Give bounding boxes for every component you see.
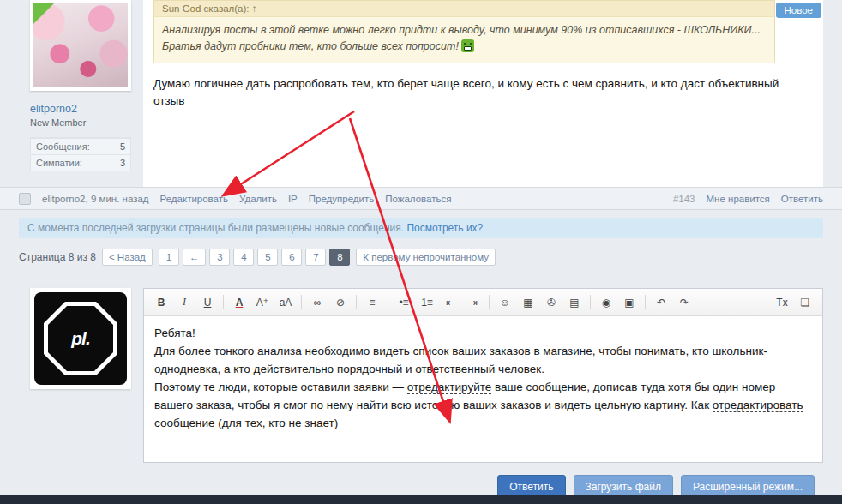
page-indicator: Страница 8 из 8 xyxy=(19,251,96,263)
page-4[interactable]: 4 xyxy=(233,249,254,266)
forum-thread-page: elitporno2 New Member Сообщения: 5 Симпа… xyxy=(0,0,842,504)
edit-link[interactable]: Редактировать xyxy=(160,194,228,204)
post-user-column: elitporno2 New Member Сообщения: 5 Симпа… xyxy=(30,0,143,187)
toolbar-button xyxy=(590,295,591,309)
stat-value[interactable]: 5 xyxy=(120,141,125,152)
username-link[interactable]: elitporno2 xyxy=(30,103,143,115)
like-link[interactable]: Мне нравится xyxy=(707,194,770,204)
font-family-icon[interactable]: aA xyxy=(275,293,296,311)
bbcode-toggle-icon[interactable]: ❏ xyxy=(795,293,815,311)
media-icon[interactable]: ✇ xyxy=(541,293,562,311)
quote-body: Анализируя посты в этой ветке можно легк… xyxy=(154,17,774,63)
post-meta[interactable]: elitporno2, 9 мин. назад xyxy=(42,194,149,204)
message-editor-box: BIUAA⁺aA∞⊘≡•≡1≡⇤⇥☺▦✇▤◉▣↶↷ Tx❏ Ребята! Дл… xyxy=(143,288,823,463)
stat-label: Сообщения: xyxy=(36,141,90,152)
message-editor-input[interactable]: Ребята! Для более тонкого анализа необхо… xyxy=(144,316,822,462)
editor-paragraph: Для более тонкого анализа необходимо вид… xyxy=(154,343,812,379)
page-1[interactable]: 1 xyxy=(159,249,179,266)
numbered-list-icon[interactable]: 1≡ xyxy=(417,293,437,311)
logo-octagon-outer: pl. xyxy=(44,302,117,375)
page-8-current[interactable]: 8 xyxy=(329,249,350,266)
alignment-icon[interactable]: ≡ xyxy=(362,293,382,311)
indent-icon[interactable]: ⇥ xyxy=(463,293,484,311)
image-icon[interactable]: ▦ xyxy=(518,293,538,311)
post-body-text: Думаю логичнее дать распробовать тем, кт… xyxy=(153,75,813,111)
post-select-checkbox[interactable] xyxy=(19,193,31,205)
quote-block: Sun God сказал(а): ↑ Анализируя посты в … xyxy=(153,0,775,63)
underlined-word: отредактировать xyxy=(713,399,803,412)
new-messages-notice: С момента последней загрузки страницы бы… xyxy=(19,218,823,238)
new-posts-button[interactable]: Новое xyxy=(776,3,821,18)
page-7[interactable]: 7 xyxy=(305,249,326,266)
editor-paragraph: Поэтому те люди, которые оставили заявки… xyxy=(154,379,812,433)
drafts-icon[interactable]: ▣ xyxy=(619,293,640,311)
quote-header-link[interactable]: Sun God сказал(а): ↑ xyxy=(154,1,774,17)
undo-icon[interactable]: ↶ xyxy=(651,293,671,311)
toolbar-button xyxy=(489,295,490,309)
page-6[interactable]: 6 xyxy=(281,249,302,266)
user-avatar[interactable] xyxy=(30,0,131,91)
underlined-word: отредактируйте xyxy=(407,381,491,394)
warn-link[interactable]: Предупредить xyxy=(309,194,374,204)
quote-line: Братья дадут пробники тем, кто больше вс… xyxy=(162,39,767,55)
view-new-messages-link[interactable]: Посмотреть их? xyxy=(406,222,483,234)
logo-text: pl. xyxy=(71,328,90,349)
page-buttons: 1←345678 xyxy=(159,249,351,266)
current-user-avatar[interactable]: pl. xyxy=(30,288,131,389)
quick-reply: pl. BIUAA⁺aA∞⊘≡•≡1≡⇤⇥☺▦✇▤◉▣↶↷ Tx❏ Ребята… xyxy=(0,267,842,463)
toolbar-button xyxy=(356,295,357,309)
remove-formatting-icon[interactable]: Tx xyxy=(772,293,792,311)
post-control-links: РедактироватьУдалитьIPПредупредитьПожало… xyxy=(160,194,452,204)
page-5[interactable]: 5 xyxy=(257,249,278,266)
report-link[interactable]: Пожаловаться xyxy=(385,194,451,204)
back-button[interactable]: < Назад xyxy=(102,249,153,266)
pagination: Страница 8 из 8 < Назад 1←345678 К перво… xyxy=(0,245,842,267)
stat-row: Сообщения: 5 xyxy=(31,138,130,154)
post-message-column: Sun God сказал(а): ↑ Анализируя посты в … xyxy=(143,0,823,187)
toolbar-button xyxy=(645,295,646,309)
underline-icon[interactable]: U xyxy=(197,293,218,311)
toolbar-button xyxy=(388,295,388,309)
toolbar-button xyxy=(223,295,224,309)
quote-line-text: Братья дадут пробники тем, кто больше вс… xyxy=(162,40,459,52)
toolbar-button xyxy=(301,295,302,309)
ip-link[interactable]: IP xyxy=(288,194,298,204)
stat-value[interactable]: 3 xyxy=(120,158,125,168)
insert-link-icon[interactable]: ∞ xyxy=(307,293,328,311)
editor-paragraph: Ребята! xyxy=(154,325,812,343)
logo-octagon-inner: pl. xyxy=(48,306,113,371)
user-stats: Сообщения: 5 Симпатии: 3 xyxy=(30,137,131,171)
first-unread-button[interactable]: К первому непрочитанному xyxy=(356,249,496,266)
notice-text: С момента последней загрузки страницы бы… xyxy=(27,222,404,234)
unlink-icon[interactable]: ⊘ xyxy=(330,293,351,311)
text-color-icon[interactable]: A xyxy=(229,293,250,311)
editor-toolbar: BIUAA⁺aA∞⊘≡•≡1≡⇤⇥☺▦✇▤◉▣↶↷ Tx❏ xyxy=(144,289,822,316)
font-size-icon[interactable]: A⁺ xyxy=(252,293,273,311)
redo-icon[interactable]: ↷ xyxy=(674,293,695,311)
outdent-icon[interactable]: ⇤ xyxy=(440,293,460,311)
italic-icon[interactable]: I xyxy=(174,293,195,311)
post-number[interactable]: #143 xyxy=(673,194,695,204)
toolbar-right-group: Tx❏ xyxy=(772,293,815,311)
post-controls-bar: elitporno2, 9 мин. назад РедактироватьУд… xyxy=(0,187,842,210)
pl-logo-icon: pl. xyxy=(34,292,127,385)
avatar-photo xyxy=(33,3,128,87)
quote-line: Анализируя посты в этой ветке можно легк… xyxy=(162,22,767,39)
user-title: New Member xyxy=(30,117,143,128)
reply-link[interactable]: Ответить xyxy=(781,194,823,204)
toolbar-left-group: BIUAA⁺aA∞⊘≡•≡1≡⇤⇥☺▦✇▤◉▣↶↷ xyxy=(151,293,695,311)
code-icon[interactable]: ▤ xyxy=(564,293,585,311)
bullet-list-icon[interactable]: •≡ xyxy=(394,293,414,311)
gallery-icon[interactable]: ◉ xyxy=(596,293,616,311)
page-footer-bar xyxy=(0,495,842,504)
editor-actions: Ответить Загрузить файл Расширенный режи… xyxy=(0,463,842,499)
post: elitporno2 New Member Сообщения: 5 Симпа… xyxy=(0,0,842,187)
stat-label: Симпатии: xyxy=(36,158,82,168)
stat-row: Симпатии: 3 xyxy=(31,154,130,171)
page-3[interactable]: 3 xyxy=(209,249,230,266)
delete-link[interactable]: Удалить xyxy=(239,194,277,204)
avatar-corner-badge-icon xyxy=(33,3,54,24)
bold-icon[interactable]: B xyxy=(151,293,171,311)
smilies-icon[interactable]: ☺ xyxy=(495,293,515,311)
page-gap[interactable]: ← xyxy=(183,249,207,266)
